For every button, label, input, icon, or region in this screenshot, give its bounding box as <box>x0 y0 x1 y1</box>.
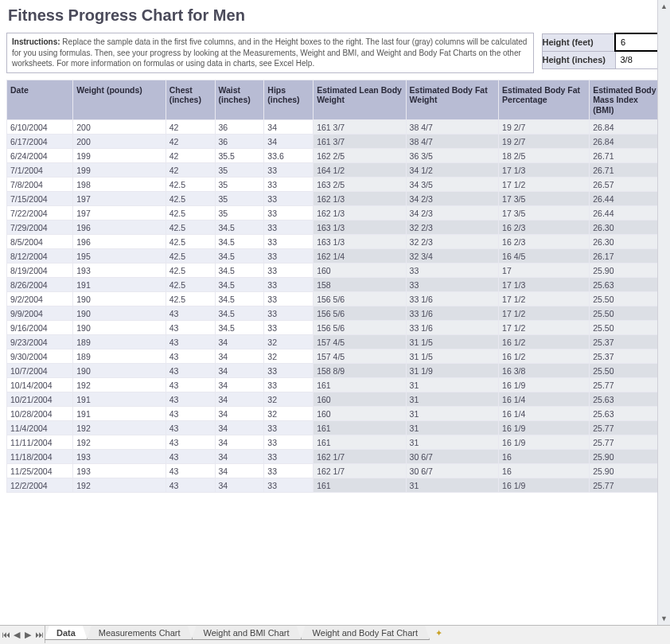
cell-weight[interactable]: 192 <box>73 421 166 435</box>
cell-lean[interactable]: 161 3/7 <box>314 120 406 135</box>
cell-lean[interactable]: 157 4/5 <box>314 335 406 349</box>
cell-weight[interactable]: 193 <box>73 263 166 278</box>
cell-bfp[interactable]: 16 1/2 <box>499 335 590 349</box>
insert-sheet-icon[interactable]: ✦ <box>430 626 447 638</box>
cell-hips[interactable]: 33.6 <box>264 149 314 163</box>
cell-date[interactable]: 9/16/2004 <box>7 321 73 335</box>
cell-bmi[interactable]: 25.50 <box>590 364 664 378</box>
col-bfw[interactable]: Estimated Body Fat Weight <box>406 80 498 120</box>
cell-weight[interactable]: 196 <box>73 235 166 249</box>
cell-waist[interactable]: 34 <box>215 378 264 392</box>
cell-waist[interactable]: 34 <box>215 407 264 421</box>
cell-waist[interactable]: 34 <box>215 435 264 450</box>
cell-lean[interactable]: 156 5/6 <box>314 306 406 321</box>
cell-bfw[interactable]: 31 <box>406 392 498 407</box>
cell-date[interactable]: 11/18/2004 <box>7 450 73 464</box>
scroll-up-icon[interactable]: ▲ <box>658 0 670 13</box>
cell-weight[interactable]: 193 <box>73 450 166 464</box>
cell-waist[interactable]: 36 <box>215 135 264 149</box>
col-bfp[interactable]: Estimated Body Fat Percentage <box>499 80 590 120</box>
cell-lean[interactable]: 158 <box>314 278 406 292</box>
cell-weight[interactable]: 199 <box>73 163 166 178</box>
cell-lean[interactable]: 162 1/7 <box>314 450 406 464</box>
cell-weight[interactable]: 192 <box>73 435 166 450</box>
cell-chest[interactable]: 42 <box>166 149 215 163</box>
cell-chest[interactable]: 42.5 <box>166 206 215 221</box>
cell-chest[interactable]: 43 <box>166 364 215 378</box>
cell-chest[interactable]: 42.5 <box>166 278 215 292</box>
cell-lean[interactable]: 161 <box>314 421 406 435</box>
col-weight[interactable]: Weight (pounds) <box>73 80 166 120</box>
cell-bfp[interactable]: 16 <box>499 450 590 464</box>
cell-bmi[interactable]: 26.30 <box>590 235 664 249</box>
cell-date[interactable]: 10/21/2004 <box>7 392 73 407</box>
cell-waist[interactable]: 34 <box>215 450 264 464</box>
cell-hips[interactable]: 34 <box>264 135 314 149</box>
cell-lean[interactable]: 163 1/3 <box>314 221 406 235</box>
cell-weight[interactable]: 197 <box>73 192 166 206</box>
cell-bmi[interactable]: 26.71 <box>590 163 664 178</box>
cell-weight[interactable]: 191 <box>73 407 166 421</box>
cell-waist[interactable]: 34 <box>215 364 264 378</box>
cell-date[interactable]: 7/8/2004 <box>7 178 73 192</box>
cell-chest[interactable]: 43 <box>166 478 215 493</box>
cell-chest[interactable]: 42.5 <box>166 263 215 278</box>
cell-weight[interactable]: 189 <box>73 349 166 364</box>
cell-weight[interactable]: 191 <box>73 278 166 292</box>
cell-lean[interactable]: 161 <box>314 478 406 493</box>
cell-lean[interactable]: 156 5/6 <box>314 292 406 306</box>
cell-date[interactable]: 9/2/2004 <box>7 292 73 306</box>
cell-chest[interactable]: 42.5 <box>166 192 215 206</box>
cell-chest[interactable]: 42 <box>166 120 215 135</box>
cell-date[interactable]: 12/2/2004 <box>7 478 73 493</box>
cell-waist[interactable]: 34 <box>215 392 264 407</box>
col-hips[interactable]: Hips (inches) <box>264 80 314 120</box>
cell-lean[interactable]: 161 3/7 <box>314 135 406 149</box>
cell-lean[interactable]: 162 1/4 <box>314 249 406 263</box>
cell-bfw[interactable]: 32 2/3 <box>406 221 498 235</box>
cell-bmi[interactable]: 25.63 <box>590 407 664 421</box>
cell-date[interactable]: 7/1/2004 <box>7 163 73 178</box>
cell-weight[interactable]: 195 <box>73 249 166 263</box>
cell-waist[interactable]: 34.5 <box>215 321 264 335</box>
cell-weight[interactable]: 197 <box>73 206 166 221</box>
cell-date[interactable]: 6/17/2004 <box>7 135 73 149</box>
cell-weight[interactable]: 193 <box>73 464 166 478</box>
cell-weight[interactable]: 198 <box>73 178 166 192</box>
cell-bmi[interactable]: 26.84 <box>590 135 664 149</box>
cell-date[interactable]: 6/24/2004 <box>7 149 73 163</box>
cell-waist[interactable]: 34.5 <box>215 263 264 278</box>
cell-date[interactable]: 8/5/2004 <box>7 235 73 249</box>
cell-bfp[interactable]: 17 1/2 <box>499 178 590 192</box>
cell-bfp[interactable]: 16 1/4 <box>499 407 590 421</box>
cell-date[interactable]: 6/10/2004 <box>7 120 73 135</box>
cell-hips[interactable]: 33 <box>264 206 314 221</box>
cell-lean[interactable]: 160 <box>314 392 406 407</box>
cell-bfp[interactable]: 17 1/3 <box>499 163 590 178</box>
cell-bmi[interactable]: 26.84 <box>590 120 664 135</box>
cell-bfw[interactable]: 31 <box>406 407 498 421</box>
cell-waist[interactable]: 34 <box>215 478 264 493</box>
cell-date[interactable]: 7/15/2004 <box>7 192 73 206</box>
cell-waist[interactable]: 35.5 <box>215 149 264 163</box>
cell-bfw[interactable]: 34 2/3 <box>406 206 498 221</box>
cell-bfp[interactable]: 17 1/2 <box>499 306 590 321</box>
cell-bfp[interactable]: 16 1/9 <box>499 421 590 435</box>
tab-first-icon[interactable]: ⏮ <box>0 626 11 643</box>
cell-bfp[interactable]: 16 1/9 <box>499 378 590 392</box>
cell-bfw[interactable]: 33 1/6 <box>406 292 498 306</box>
cell-date[interactable]: 8/12/2004 <box>7 249 73 263</box>
cell-bmi[interactable]: 25.90 <box>590 464 664 478</box>
cell-bmi[interactable]: 26.57 <box>590 178 664 192</box>
cell-waist[interactable]: 35 <box>215 178 264 192</box>
cell-bmi[interactable]: 25.63 <box>590 392 664 407</box>
cell-weight[interactable]: 192 <box>73 478 166 493</box>
cell-date[interactable]: 10/14/2004 <box>7 378 73 392</box>
tab-last-icon[interactable]: ⏭ <box>33 626 45 643</box>
cell-bfw[interactable]: 32 2/3 <box>406 235 498 249</box>
scroll-down-icon[interactable]: ▼ <box>658 612 670 625</box>
cell-bfp[interactable]: 19 2/7 <box>499 120 590 135</box>
col-chest[interactable]: Chest (inches) <box>166 80 215 120</box>
cell-bfw[interactable]: 34 3/5 <box>406 178 498 192</box>
cell-chest[interactable]: 43 <box>166 349 215 364</box>
